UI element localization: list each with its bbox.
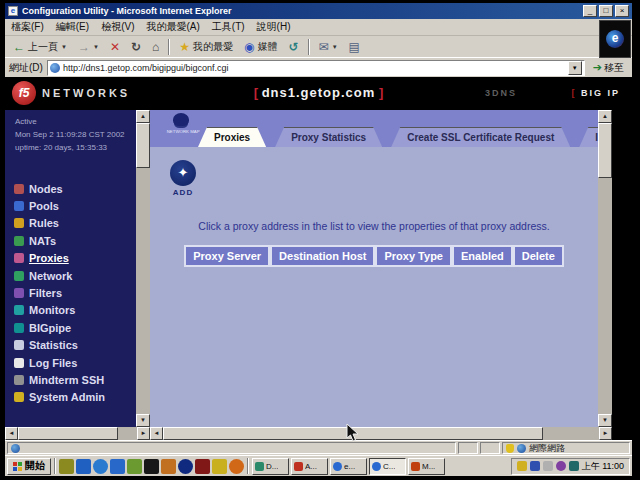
status-state: Active bbox=[15, 115, 125, 128]
scroll-down-icon[interactable]: ▼ bbox=[598, 414, 612, 427]
scroll-left-icon[interactable]: ◄ bbox=[5, 427, 18, 440]
scroll-left-icon[interactable]: ◄ bbox=[150, 427, 163, 440]
taskbar-window-button-3[interactable]: e... bbox=[330, 458, 367, 475]
quicklaunch-icon-3[interactable] bbox=[93, 459, 108, 474]
taskbar-window-button-2[interactable]: A... bbox=[291, 458, 328, 475]
menu-help[interactable]: 說明(H) bbox=[257, 20, 291, 34]
link-bigip[interactable]: [ BIG IP bbox=[571, 88, 620, 98]
tab-proxies[interactable]: Proxies bbox=[198, 127, 266, 147]
back-button[interactable]: ← 上一頁▼ bbox=[9, 39, 71, 55]
forward-arrow-icon: → bbox=[78, 41, 90, 53]
address-input[interactable] bbox=[63, 63, 568, 73]
home-button[interactable]: ⌂ bbox=[148, 40, 163, 54]
quicklaunch-icon-4[interactable] bbox=[110, 459, 125, 474]
forward-button[interactable]: → ▼ bbox=[74, 40, 103, 54]
tab-proxy-statistics[interactable]: Proxy Statistics bbox=[275, 127, 382, 147]
scrollbar-thumb[interactable] bbox=[598, 123, 612, 178]
history-icon: ↺ bbox=[289, 41, 299, 53]
quicklaunch-icon-1[interactable] bbox=[59, 459, 74, 474]
quicklaunch-icon-11[interactable] bbox=[229, 459, 244, 474]
minimize-button[interactable]: _ bbox=[583, 5, 597, 17]
quicklaunch-icon-5[interactable] bbox=[127, 459, 142, 474]
scroll-up-icon[interactable]: ▲ bbox=[136, 110, 150, 123]
pools-icon bbox=[14, 201, 24, 211]
sidebar-item-statistics[interactable]: Statistics bbox=[14, 337, 133, 354]
status-panel bbox=[480, 442, 500, 454]
sidebar-item-nats[interactable]: NATs bbox=[14, 232, 133, 249]
app-icon bbox=[372, 462, 381, 471]
quicklaunch-icon-8[interactable] bbox=[178, 459, 193, 474]
menu-view[interactable]: 檢視(V) bbox=[101, 20, 134, 34]
sidebar-nav: Nodes Pools Rules NATs Proxies Network F… bbox=[14, 180, 133, 406]
scroll-down-icon[interactable]: ▼ bbox=[136, 414, 150, 427]
quicklaunch-icon-10[interactable] bbox=[212, 459, 227, 474]
sidebar-item-mindterm-ssh[interactable]: Mindterm SSH bbox=[14, 371, 133, 388]
tray-icon-5[interactable] bbox=[569, 461, 579, 471]
print-button[interactable]: ▤ bbox=[345, 40, 364, 54]
menu-file[interactable]: 檔案(F) bbox=[11, 20, 44, 34]
bigip-bracket-icon: [ bbox=[571, 88, 581, 98]
address-dropdown-icon[interactable]: ▼ bbox=[568, 61, 582, 75]
quicklaunch-icon-6[interactable] bbox=[144, 459, 159, 474]
main-horizontal-scrollbar[interactable]: ◄ ► bbox=[150, 427, 612, 440]
taskbar-window-button-active[interactable]: C... bbox=[369, 458, 406, 475]
scroll-up-icon[interactable]: ▲ bbox=[598, 110, 612, 123]
stop-icon: ✕ bbox=[110, 41, 120, 53]
favorites-button[interactable]: ★ 我的最愛 bbox=[175, 39, 237, 55]
menu-tools[interactable]: 工具(T) bbox=[212, 20, 245, 34]
close-button[interactable]: × bbox=[615, 5, 629, 17]
quicklaunch-icon-9[interactable] bbox=[195, 459, 210, 474]
sidebar-item-filters[interactable]: Filters bbox=[14, 284, 133, 301]
tab-install-ssl-certificate[interactable]: Install SSL Certif bbox=[579, 127, 598, 147]
mail-button[interactable]: ✉▼ bbox=[315, 40, 342, 54]
app-icon bbox=[333, 462, 342, 471]
scroll-right-icon[interactable]: ► bbox=[599, 427, 612, 440]
sidebar-item-monitors[interactable]: Monitors bbox=[14, 302, 133, 319]
sidebar-vertical-scrollbar[interactable]: ▲ ▼ bbox=[136, 110, 150, 427]
history-button[interactable]: ↺ bbox=[285, 40, 303, 54]
taskbar-window-button-5[interactable]: M... bbox=[408, 458, 445, 475]
scrollbar-thumb[interactable] bbox=[18, 427, 118, 440]
sidebar-item-proxies[interactable]: Proxies bbox=[14, 250, 133, 267]
link-3dns[interactable]: 3DNS bbox=[485, 88, 517, 98]
home-icon: ⌂ bbox=[152, 41, 159, 53]
status-bar: 網際網路 bbox=[5, 440, 632, 455]
print-icon: ▤ bbox=[349, 41, 360, 53]
scroll-right-icon[interactable]: ► bbox=[137, 427, 150, 440]
tray-icon-1[interactable] bbox=[517, 461, 527, 471]
menu-edit[interactable]: 編輯(E) bbox=[56, 20, 89, 34]
sidebar-item-bigpipe[interactable]: BIGpipe bbox=[14, 319, 133, 336]
sidebar-item-pools[interactable]: Pools bbox=[14, 197, 133, 214]
tray-icon-2[interactable] bbox=[530, 461, 540, 471]
sidebar-item-nodes[interactable]: Nodes bbox=[14, 180, 133, 197]
quicklaunch-icon-2[interactable] bbox=[76, 459, 91, 474]
log-files-icon bbox=[14, 358, 24, 368]
column-header-delete: Delete bbox=[513, 245, 564, 267]
tray-icon-3[interactable] bbox=[543, 461, 553, 471]
taskbar-window-button-1[interactable]: D... bbox=[252, 458, 289, 475]
maximize-button[interactable]: □ bbox=[599, 5, 613, 17]
add-button[interactable]: ✦ ADD bbox=[168, 160, 198, 197]
go-button[interactable]: ➔ 移至 bbox=[589, 60, 628, 76]
start-button[interactable]: 開始 bbox=[7, 458, 51, 475]
sidebar-item-system-admin[interactable]: System Admin bbox=[14, 389, 133, 406]
sidebar-item-log-files[interactable]: Log Files bbox=[14, 354, 133, 371]
network-map-icon bbox=[173, 113, 189, 126]
hostname-bracket-right: ] bbox=[379, 85, 383, 100]
sidebar-item-rules[interactable]: Rules bbox=[14, 215, 133, 232]
media-button[interactable]: ◉ 媒體 bbox=[240, 39, 281, 55]
tab-strip: NETWORK MAP Proxies Proxy Statistics Cre… bbox=[150, 110, 612, 147]
refresh-button[interactable]: ↻ bbox=[127, 40, 145, 54]
main-vertical-scrollbar[interactable]: ▲ ▼ bbox=[598, 110, 612, 427]
tray-icon-4[interactable] bbox=[556, 461, 566, 471]
mouse-cursor bbox=[346, 424, 360, 446]
stop-button[interactable]: ✕ bbox=[106, 40, 124, 54]
quicklaunch-icon-7[interactable] bbox=[161, 459, 176, 474]
address-bar: 網址(D) ▼ ➔ 移至 bbox=[5, 57, 632, 77]
scrollbar-thumb[interactable] bbox=[136, 123, 150, 168]
sidebar-item-network[interactable]: Network bbox=[14, 267, 133, 284]
tab-create-ssl-certificate-request[interactable]: Create SSL Certificate Request bbox=[391, 127, 570, 147]
menu-favorites[interactable]: 我的最愛(A) bbox=[146, 20, 199, 34]
toolbar-separator bbox=[168, 39, 170, 55]
sidebar-horizontal-scrollbar[interactable]: ◄ ► bbox=[5, 427, 150, 440]
